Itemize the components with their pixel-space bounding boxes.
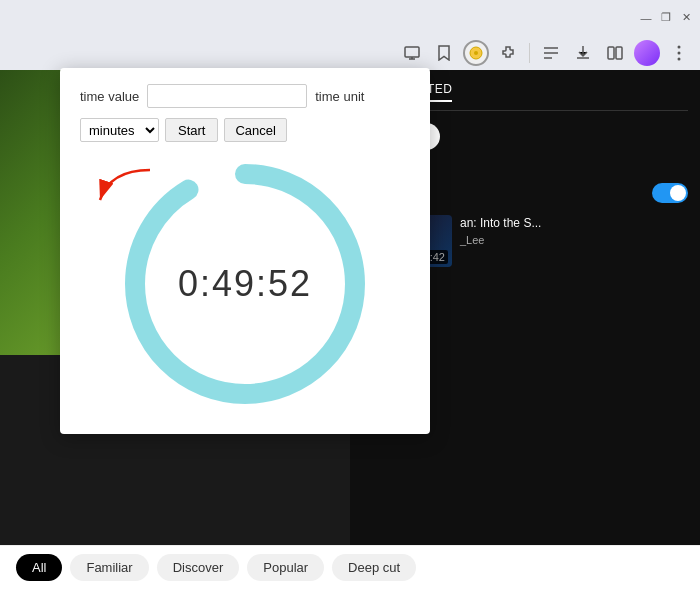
svg-point-2: [474, 51, 478, 55]
start-button[interactable]: Start: [165, 118, 218, 142]
browser-chrome: — ❐ ✕: [0, 0, 700, 70]
title-bar: — ❐ ✕: [0, 0, 700, 35]
layout-icon[interactable]: [602, 40, 628, 66]
list-icon[interactable]: [538, 40, 564, 66]
maximize-button[interactable]: ❐: [660, 12, 672, 24]
time-unit-select[interactable]: minutes seconds hours: [80, 118, 159, 142]
chip-discover[interactable]: Discover: [157, 554, 240, 581]
chip-deep-cut[interactable]: Deep cut: [332, 554, 416, 581]
screen-share-icon[interactable]: [399, 40, 425, 66]
bottom-filter-bar: All Familiar Discover Popular Deep cut: [0, 545, 700, 589]
svg-point-7: [678, 57, 681, 60]
puzzle-icon[interactable]: [495, 40, 521, 66]
avatar-icon[interactable]: [634, 40, 660, 66]
svg-rect-3: [608, 47, 614, 59]
arrow-annotation: [80, 165, 160, 219]
time-value-label: time value: [80, 89, 139, 104]
related-title: an: Into the S...: [460, 215, 688, 232]
svg-point-5: [678, 45, 681, 48]
time-unit-label: time unit: [315, 89, 364, 104]
chip-all[interactable]: All: [16, 554, 62, 581]
popup-header-row: time value time unit: [80, 84, 410, 108]
related-info: an: Into the S... _Lee: [460, 215, 688, 246]
svg-rect-0: [405, 47, 419, 57]
svg-point-6: [678, 51, 681, 54]
queue-toggle[interactable]: [652, 183, 688, 203]
chip-popular[interactable]: Popular: [247, 554, 324, 581]
extension-popup: time value time unit minutes seconds hou…: [60, 68, 430, 434]
close-button[interactable]: ✕: [680, 12, 692, 24]
timer-display: 0:49:52: [178, 263, 312, 305]
popup-controls-row: minutes seconds hours Start Cancel: [80, 118, 410, 142]
cancel-button[interactable]: Cancel: [224, 118, 286, 142]
related-channel: _Lee: [460, 234, 688, 246]
arrow-svg: [80, 165, 160, 215]
more-icon[interactable]: [666, 40, 692, 66]
nav-divider: [529, 43, 530, 63]
minimize-button[interactable]: —: [640, 12, 652, 24]
chip-familiar[interactable]: Familiar: [70, 554, 148, 581]
nav-bar: [0, 35, 700, 70]
svg-rect-4: [616, 47, 622, 59]
time-value-input[interactable]: [147, 84, 307, 108]
extension-active-icon[interactable]: [463, 40, 489, 66]
download-icon[interactable]: [570, 40, 596, 66]
bookmark-icon[interactable]: [431, 40, 457, 66]
